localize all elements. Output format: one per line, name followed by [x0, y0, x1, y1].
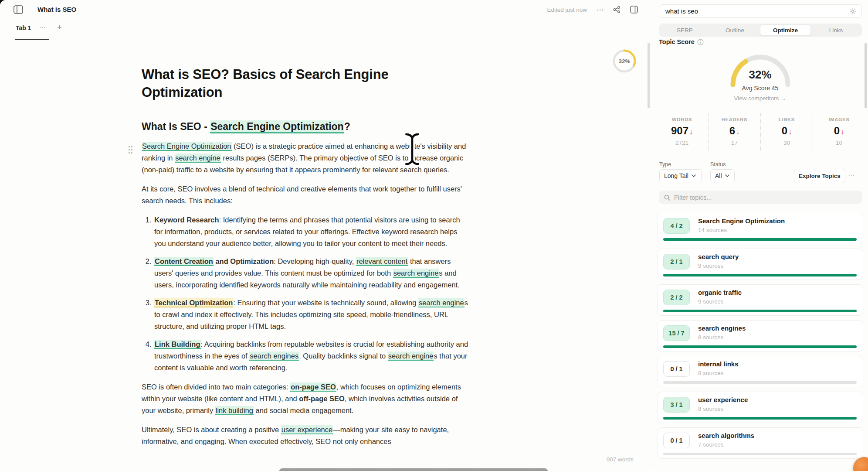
tab-1[interactable]: Tab 1: [16, 24, 31, 31]
highlighted-term[interactable]: link building: [215, 406, 254, 415]
doc-paragraph[interactable]: Ultimately, SEO is about creating a posi…: [142, 424, 469, 447]
topic-sources: 8 sources: [698, 334, 724, 341]
topic-sources: 9 sources: [698, 298, 724, 305]
header-actions: Edited just now ⋯: [547, 0, 638, 19]
info-icon[interactable]: [697, 39, 704, 45]
add-tab-icon[interactable]: +: [57, 23, 62, 32]
sidebar-toggle-icon[interactable]: [13, 5, 24, 15]
topic-badge: 2 / 1: [663, 254, 690, 270]
highlighted-term[interactable]: off-page SEO: [299, 395, 345, 403]
doc-list-item[interactable]: Link Building: Acquiring backlinks from …: [153, 338, 469, 374]
stat-links: LINKS0↓30: [760, 113, 813, 152]
highlighted-term[interactable]: Keyword Research: [154, 216, 219, 224]
gear-icon[interactable]: [849, 8, 856, 15]
topic-name: search engines: [698, 324, 746, 332]
word-count: 907 words: [607, 456, 634, 463]
stat-value: 0↓: [813, 125, 865, 137]
doc-text: and social media engagement.: [254, 406, 353, 414]
topic-badge: 3 / 1: [663, 397, 690, 413]
highlighted-term[interactable]: Content Creation: [154, 257, 214, 266]
right-panel-icon[interactable]: [630, 6, 638, 14]
topic-badge: 0 / 1: [663, 361, 690, 377]
type-dropdown[interactable]: Long Tail: [659, 169, 702, 182]
topic-badge: 4 / 2: [663, 218, 690, 234]
highlighted-term[interactable]: search engine: [418, 298, 465, 307]
app-window: What is SEO Edited just now ⋯ Tab 1 ⋯ + …: [0, 0, 868, 471]
topic-name: internal links: [698, 360, 739, 368]
doc-list-item[interactable]: Keyword Research: Identifying the terms …: [153, 214, 469, 249]
tab-menu-icon[interactable]: ⋯: [39, 24, 46, 31]
highlighted-term[interactable]: Link Building: [154, 340, 201, 349]
topic-sources: 8 sources: [698, 370, 724, 376]
doc-list-item[interactable]: Technical Optimization: Ensuring that yo…: [153, 297, 469, 332]
filter-topics-input[interactable]: [674, 194, 857, 201]
topic-score-value: 32%: [652, 68, 868, 82]
stat-images: IMAGES0↓10: [813, 113, 865, 152]
sidebar-tab-outline[interactable]: Outline: [710, 24, 760, 36]
stat-label: WORDS: [656, 117, 708, 122]
stat-label: LINKS: [761, 117, 813, 122]
doc-text: : Ensuring that your website is technica…: [233, 299, 418, 307]
arrow-down-icon: ↓: [788, 128, 792, 136]
topic-badge: 15 / 7: [663, 325, 690, 341]
chevron-down-icon: [692, 174, 696, 177]
doc-score-value: 32%: [612, 48, 637, 74]
query-input[interactable]: [665, 7, 849, 15]
doc-list-item[interactable]: Content Creation and Optimization: Devel…: [153, 256, 469, 291]
highlighted-term[interactable]: Technical Optimization: [154, 298, 233, 307]
sidebar-tab-optimize[interactable]: Optimize: [760, 24, 811, 36]
filter-topics-box: [659, 191, 862, 204]
sidebar-scrollbar[interactable]: [865, 43, 867, 108]
document: What is SEO? Basics of Search Engine Opt…: [142, 65, 469, 455]
topic-badge: 2 / 2: [663, 290, 690, 305]
more-icon[interactable]: ⋯: [597, 6, 604, 14]
highlighted-term[interactable]: Search Engine Optimization: [210, 120, 344, 133]
drag-handle-icon[interactable]: [128, 145, 133, 156]
view-competitors-link[interactable]: View competitors →: [652, 95, 868, 102]
topic-name: search algorithms: [698, 432, 754, 439]
topic-progress-bar: [663, 381, 857, 384]
doc-paragraph[interactable]: SEO is often divided into two main categ…: [142, 381, 469, 416]
topic-card[interactable]: 4 / 2Search Engine Optimization14 source…: [658, 213, 863, 244]
content-stats: WORDS907↓2721HEADERS6↓17LINKS0↓30IMAGES0…: [656, 113, 865, 152]
edited-status: Edited just now: [547, 7, 587, 13]
highlighted-term[interactable]: relevant content: [356, 257, 408, 266]
search-icon: [664, 195, 670, 201]
sidebar-tab-links[interactable]: Links: [811, 24, 861, 36]
highlighted-term[interactable]: and Optimization: [214, 257, 274, 265]
topic-card[interactable]: 15 / 7search engines8 sources: [658, 320, 863, 352]
explore-topics-button[interactable]: Explore Topics: [794, 169, 845, 183]
highlighted-term[interactable]: Search Engine Optimization: [142, 142, 232, 151]
stat-words: WORDS907↓2721: [656, 113, 708, 152]
topic-list: 4 / 2Search Engine Optimization14 source…: [658, 213, 863, 463]
highlighted-term[interactable]: search engines: [249, 352, 299, 361]
topic-card[interactable]: 3 / 1user experience8 sources: [658, 392, 863, 423]
doc-text: . Quality backlinks signal to: [299, 352, 388, 360]
share-icon[interactable]: [613, 6, 620, 13]
doc-score-badge[interactable]: 32%: [612, 48, 637, 74]
highlighted-term[interactable]: search engine: [388, 352, 434, 361]
topic-name: organic traffic: [698, 289, 742, 296]
topic-score-gauge: 32% Avg Score 45 View competitors →: [652, 51, 868, 102]
status-dropdown[interactable]: All: [710, 169, 735, 182]
editor-scrollbar[interactable]: [648, 43, 650, 108]
chevron-down-icon: [725, 174, 729, 177]
stat-value: 6↓: [709, 125, 760, 137]
stat-label: HEADERS: [709, 117, 760, 122]
topic-card[interactable]: 0 / 1internal links8 sources: [658, 356, 863, 387]
stat-label: IMAGES: [813, 117, 865, 122]
type-filter-label: Type: [659, 161, 671, 167]
topics-more-icon[interactable]: ⋯: [848, 172, 855, 180]
editor-pane: What is SEO Edited just now ⋯ Tab 1 ⋯ + …: [0, 0, 652, 471]
topic-card[interactable]: 0 / 1search algorithms7 sources: [658, 427, 863, 459]
sidebar-tab-serp[interactable]: SERP: [660, 24, 710, 36]
topic-card[interactable]: 2 / 2organic traffic9 sources: [658, 284, 863, 316]
topic-card[interactable]: 2 / 1search query9 sources: [658, 249, 863, 280]
doc-paragraph[interactable]: At its core, SEO involves a blend of tec…: [142, 183, 469, 207]
doc-heading[interactable]: What is SEO? Basics of Search Engine Opt…: [142, 65, 469, 101]
stat-headers: HEADERS6↓17: [708, 113, 760, 152]
highlighted-term[interactable]: on-page SEO: [290, 382, 336, 392]
highlighted-term[interactable]: search engine: [175, 154, 221, 163]
highlighted-term[interactable]: user experience: [281, 425, 333, 434]
highlighted-term[interactable]: search engine: [393, 269, 439, 278]
